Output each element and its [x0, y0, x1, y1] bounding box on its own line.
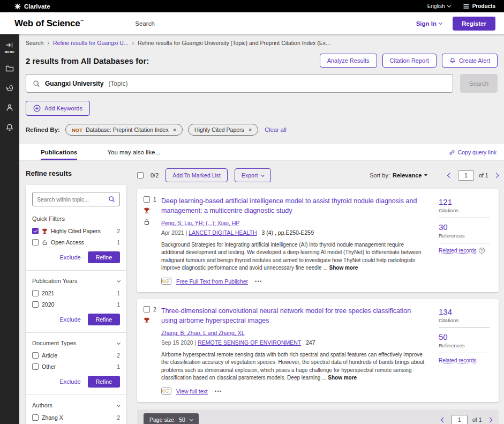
filter-checkbox[interactable] — [32, 363, 39, 370]
filter-item-author[interactable]: Zhang X 2 — [32, 414, 120, 421]
result-journal-link[interactable]: LANCET DIGITAL HEALTH — [189, 229, 257, 236]
researcher-profile-icon[interactable] — [5, 103, 14, 112]
refined-by-bar: Refined By: NOT Database: Preprint Citat… — [19, 116, 504, 140]
filter-label: 2020 — [42, 301, 114, 308]
select-all-checkbox[interactable] — [137, 172, 144, 178]
menu-expand-button[interactable]: MENU — [5, 41, 15, 54]
authors-section-header[interactable]: Authors — [32, 402, 120, 408]
remove-filter-icon[interactable]: × — [172, 127, 176, 133]
references-count[interactable]: 30 — [439, 222, 448, 232]
nav-search-link[interactable]: Search — [135, 20, 154, 27]
next-page-button[interactable] — [493, 173, 499, 178]
alerts-bell-icon[interactable] — [5, 123, 14, 132]
filter-item-other[interactable]: Other 1 — [32, 363, 120, 370]
filter-checkbox[interactable] — [32, 352, 39, 359]
publication-years-section-header[interactable]: Publication Years — [32, 278, 120, 284]
next-page-button[interactable] — [487, 417, 493, 423]
filter-checkbox[interactable] — [32, 290, 39, 296]
search-icon[interactable] — [108, 196, 115, 203]
web-of-science-logo[interactable]: Web of Science™ — [14, 18, 84, 29]
add-keywords-button[interactable]: Add Keywords — [26, 101, 90, 116]
search-history-icon[interactable] — [5, 84, 14, 92]
filter-item-2020[interactable]: 2020 1 — [32, 301, 120, 308]
result-date: Apr 2021 | — [161, 229, 187, 236]
citation-report-button[interactable]: Citation Report — [382, 54, 437, 68]
page-size-selector[interactable]: Page size 50 — [144, 413, 199, 424]
sort-by-label: Sort by: — [370, 172, 390, 178]
search-query-text: Guangxi University — [45, 80, 103, 87]
filter-item-highly-cited[interactable]: Highly Cited Papers 2 — [32, 228, 120, 234]
page-number-input[interactable]: 1 — [452, 415, 468, 424]
references-count[interactable]: 50 — [439, 332, 448, 341]
bell-icon — [449, 57, 456, 64]
create-alert-button[interactable]: Create Alert — [442, 54, 498, 68]
language-selector[interactable]: English — [427, 3, 450, 9]
analyze-results-button[interactable]: Analyze Results — [320, 54, 377, 68]
filter-label: Other — [42, 363, 114, 370]
full-text-link[interactable]: Free Full Text from Publisher — [176, 278, 248, 285]
refine-button[interactable]: Refine — [88, 314, 120, 325]
more-actions-button[interactable]: ••• — [213, 389, 224, 394]
filter-checkbox[interactable] — [32, 301, 39, 308]
related-records-link[interactable]: Related records — [439, 248, 477, 254]
clear-all-filters-link[interactable]: Clear all — [265, 127, 286, 133]
sort-value: Relevance — [393, 172, 422, 178]
filter-item-open-access[interactable]: Open Access 1 — [32, 239, 120, 246]
full-text-link[interactable]: View full text — [176, 388, 208, 395]
add-to-marked-list-button[interactable]: Add To Marked List — [166, 168, 228, 182]
breadcrumb-search-link[interactable]: Search — [26, 40, 43, 46]
result-journal-link[interactable]: REMOTE SENSING OF ENVIRONMENT — [198, 339, 301, 346]
search-query-input[interactable]: Guangxi University (Topic) — [26, 74, 453, 93]
exclude-link[interactable]: Exclude — [60, 378, 81, 385]
page-total-label: of 1 — [472, 416, 482, 423]
result-authors-link[interactable]: Zhang, B; Zhao, L and Zhang, XL — [161, 330, 244, 336]
tab-publications[interactable]: Publications — [41, 144, 77, 160]
previous-page-button[interactable] — [441, 417, 447, 423]
exclude-link[interactable]: Exclude — [60, 316, 81, 323]
related-records-link[interactable]: Related records — [439, 358, 477, 363]
products-label: Products — [472, 3, 495, 9]
search-submit-button[interactable]: Search — [460, 74, 498, 93]
document-types-section-header[interactable]: Document Types — [32, 340, 120, 346]
filter-checkbox[interactable] — [32, 239, 39, 246]
marked-list-folder-icon[interactable] — [5, 65, 14, 72]
result-authors-link[interactable]: Peng, S; Liu, YH; (...); Xiao, HP — [161, 220, 239, 226]
menu-label: MENU — [5, 50, 15, 54]
filter-item-2021[interactable]: 2021 1 — [32, 290, 120, 296]
refined-by-label: Refined By: — [26, 127, 60, 133]
breadcrumb-refine-link[interactable]: Refine results for Guangxi U... — [53, 40, 129, 46]
citations-count[interactable]: 121 — [439, 197, 452, 206]
clarivate-brand[interactable]: Clarivate — [14, 3, 50, 10]
search-within-topic-field[interactable] — [32, 192, 120, 206]
sign-in-link[interactable]: Sign In — [416, 20, 442, 27]
help-question-icon[interactable]: ? — [479, 248, 485, 254]
filter-checkbox[interactable] — [32, 228, 39, 234]
register-button[interactable]: Register — [453, 17, 495, 31]
more-actions-button[interactable]: ••• — [253, 279, 265, 284]
tab-you-may-also-like[interactable]: You may also like... — [107, 144, 160, 160]
products-menu[interactable]: Products — [463, 3, 495, 9]
divider — [26, 332, 126, 333]
previous-page-button[interactable] — [447, 173, 453, 178]
filter-item-article[interactable]: Article 2 — [32, 352, 120, 359]
filter-chip-database: NOT Database: Preprint Citation Index × — [65, 124, 183, 136]
export-button[interactable]: Export — [235, 168, 271, 182]
search-within-topic-input[interactable] — [37, 196, 105, 203]
menu-expand-icon — [5, 41, 13, 49]
filter-checkbox[interactable] — [32, 414, 39, 421]
citations-count[interactable]: 134 — [439, 307, 452, 316]
result-checkbox[interactable] — [144, 196, 150, 203]
refine-button[interactable]: Refine — [88, 376, 120, 388]
show-more-link[interactable]: Show more — [328, 375, 357, 381]
exclude-link[interactable]: Exclude — [60, 254, 81, 261]
page-number-input[interactable]: 1 — [458, 170, 474, 181]
result-checkbox[interactable] — [144, 306, 150, 313]
remove-filter-icon[interactable]: × — [247, 127, 252, 133]
show-more-link[interactable]: Show more — [329, 265, 358, 271]
refine-button[interactable]: Refine — [88, 251, 120, 263]
result-title-link[interactable]: Deep learning-based artificial intellige… — [161, 196, 427, 215]
filter-count: 2 — [117, 228, 120, 234]
result-title-link[interactable]: Three-dimensional convolutional neural n… — [161, 306, 427, 325]
copy-query-link[interactable]: Copy query link — [448, 149, 497, 156]
sort-control[interactable]: Sort by: Relevance — [370, 172, 427, 178]
